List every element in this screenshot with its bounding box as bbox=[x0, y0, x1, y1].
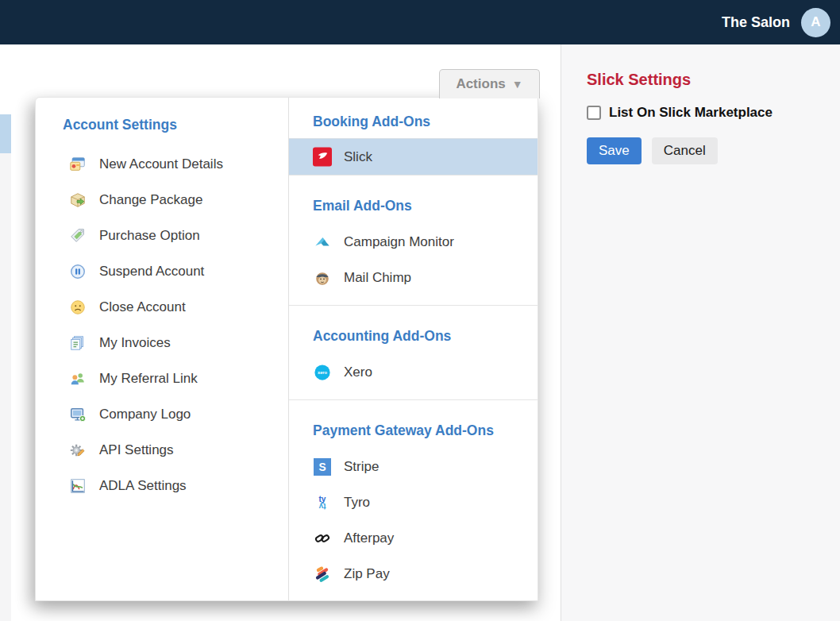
payment-gateway-addons-heading: Payment Gateway Add-Ons bbox=[289, 400, 538, 449]
avatar-initial: A bbox=[811, 14, 820, 30]
menu-item-change-package[interactable]: Change Package bbox=[36, 182, 288, 218]
marketplace-checkbox-label: List On Slick Marketplace bbox=[609, 105, 773, 121]
campaign-monitor-icon bbox=[313, 233, 332, 252]
menu-item-label: Afterpay bbox=[344, 530, 394, 546]
save-button[interactable]: Save bbox=[587, 137, 642, 164]
pause-icon bbox=[68, 262, 87, 281]
actions-button-label: Actions bbox=[456, 76, 505, 92]
menu-item-label: Change Package bbox=[99, 192, 202, 208]
svg-text:xero: xero bbox=[318, 370, 328, 375]
menu-item-label: Purchase Option bbox=[99, 228, 200, 244]
xero-icon: xero bbox=[313, 363, 332, 382]
chart-icon bbox=[68, 476, 87, 496]
svg-text:ty: ty bbox=[318, 502, 326, 511]
background-highlight-strip bbox=[0, 114, 11, 153]
menu-item-label: Suspend Account bbox=[99, 264, 204, 280]
menu-item-label: Campaign Monitor bbox=[344, 234, 454, 250]
panel-title: Slick Settings bbox=[587, 71, 840, 89]
menu-item-label: Tyro bbox=[344, 495, 370, 511]
sad-face-icon bbox=[68, 298, 87, 317]
menu-item-my-invoices[interactable]: My Invoices bbox=[36, 325, 288, 361]
package-icon bbox=[68, 191, 87, 210]
user-avatar[interactable]: A bbox=[801, 8, 830, 37]
menu-item-label: Slick bbox=[344, 149, 372, 165]
svg-text:S: S bbox=[318, 461, 326, 473]
stripe-icon: S bbox=[313, 457, 332, 476]
menu-item-label: Company Logo bbox=[99, 407, 191, 422]
payment-gateway-addons-section: Payment Gateway Add-Ons S Stripe tyty Ty… bbox=[289, 400, 538, 600]
menu-item-afterpay[interactable]: Afterpay bbox=[289, 520, 538, 556]
brand-title: The Salon bbox=[722, 14, 790, 31]
menu-item-label: Zip Pay bbox=[344, 566, 390, 582]
account-settings-heading: Account Settings bbox=[63, 117, 288, 133]
menu-item-xero[interactable]: xero Xero bbox=[289, 354, 538, 390]
marketplace-checkbox-row: List On Slick Marketplace bbox=[587, 105, 840, 121]
chevron-down-icon: ▼ bbox=[512, 78, 523, 91]
menu-item-api-settings[interactable]: API Settings bbox=[36, 432, 288, 468]
menu-item-slick[interactable]: Slick bbox=[289, 138, 538, 175]
menu-item-close-account[interactable]: Close Account bbox=[36, 289, 288, 325]
tyro-icon: tyty bbox=[313, 493, 332, 512]
menu-item-label: ADLA Settings bbox=[99, 478, 187, 494]
menu-item-label: New Account Details bbox=[99, 156, 223, 172]
menu-item-suspend-account[interactable]: Suspend Account bbox=[36, 253, 288, 289]
menu-item-adla-settings[interactable]: ADLA Settings bbox=[36, 468, 288, 503]
account-settings-column: Account Settings New Account Details Cha… bbox=[36, 98, 289, 600]
documents-icon bbox=[68, 334, 87, 353]
cancel-button[interactable]: Cancel bbox=[652, 137, 718, 164]
email-addons-heading: Email Add-Ons bbox=[289, 176, 538, 224]
zippay-icon bbox=[313, 565, 332, 584]
menu-item-mail-chimp[interactable]: Mail Chimp bbox=[289, 260, 538, 295]
menu-item-label: Mail Chimp bbox=[344, 270, 411, 286]
menu-item-label: Close Account bbox=[99, 299, 186, 315]
menu-item-label: Stripe bbox=[344, 459, 379, 475]
menu-item-my-referral-link[interactable]: My Referral Link bbox=[36, 361, 288, 396]
menu-item-tyro[interactable]: tyty Tyro bbox=[289, 484, 538, 520]
slick-settings-panel: Slick Settings List On Slick Marketplace… bbox=[561, 44, 840, 621]
email-addons-section: Email Add-Ons Campaign Monitor Mail Chim… bbox=[289, 176, 538, 306]
menu-item-label: My Invoices bbox=[99, 335, 171, 351]
people-icon bbox=[68, 369, 87, 388]
menu-item-label: API Settings bbox=[99, 442, 174, 458]
price-tag-icon bbox=[68, 226, 87, 245]
booking-addons-heading: Booking Add-Ons bbox=[289, 98, 538, 138]
marketplace-checkbox[interactable] bbox=[587, 106, 601, 120]
menu-item-purchase-option[interactable]: Purchase Option bbox=[36, 218, 288, 253]
slick-icon bbox=[313, 148, 332, 167]
accounting-addons-section: Accounting Add-Ons xero Xero bbox=[289, 306, 538, 400]
actions-dropdown-menu: Account Settings New Account Details Cha… bbox=[35, 97, 538, 601]
account-details-icon bbox=[68, 155, 87, 174]
actions-button[interactable]: Actions ▼ bbox=[439, 69, 540, 98]
menu-item-label: My Referral Link bbox=[99, 371, 198, 387]
menu-item-company-logo[interactable]: Company Logo bbox=[36, 396, 288, 432]
addons-column: Booking Add-Ons Slick Email Add-Ons Camp… bbox=[289, 98, 538, 600]
panel-buttons: Save Cancel bbox=[587, 137, 840, 164]
booking-addons-section: Booking Add-Ons Slick bbox=[289, 98, 538, 176]
afterpay-icon bbox=[313, 529, 332, 548]
monitor-plus-icon bbox=[68, 405, 87, 424]
menu-item-zip-pay[interactable]: Zip Pay bbox=[289, 556, 538, 592]
accounting-addons-heading: Accounting Add-Ons bbox=[289, 306, 538, 354]
background-sidebar-strip bbox=[0, 153, 11, 621]
menu-item-campaign-monitor[interactable]: Campaign Monitor bbox=[289, 224, 538, 260]
gear-pencil-icon bbox=[68, 441, 87, 460]
mailchimp-icon bbox=[313, 268, 332, 287]
menu-item-new-account-details[interactable]: New Account Details bbox=[36, 146, 288, 182]
top-navbar: The Salon A bbox=[0, 0, 840, 44]
menu-item-stripe[interactable]: S Stripe bbox=[289, 449, 538, 484]
menu-item-label: Xero bbox=[344, 364, 372, 380]
